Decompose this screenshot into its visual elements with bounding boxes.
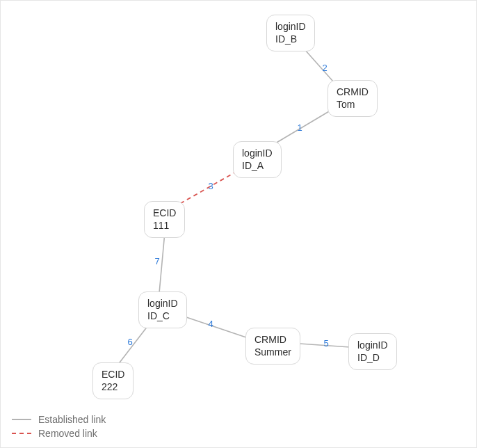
edge-5-line <box>300 344 350 347</box>
edge-7-label: 7 <box>154 256 159 266</box>
node-value: ID_D <box>357 352 388 365</box>
edge-2-label: 2 <box>322 63 327 73</box>
node-value: ID_B <box>275 33 306 46</box>
legend-established-label: Established link <box>38 414 106 425</box>
node-value: Summer <box>254 346 291 359</box>
edge-3-label: 3 <box>208 181 213 191</box>
edge-3-line <box>177 171 237 205</box>
edge-4-line <box>186 317 248 338</box>
node-type: loginID <box>357 339 388 352</box>
legend-removed: Removed link <box>12 428 106 439</box>
node-value: ID_A <box>242 160 273 173</box>
legend: Established link Removed link <box>12 411 106 439</box>
edge-1-line <box>272 111 330 145</box>
node-type: ECID <box>102 369 124 381</box>
edge-4-label: 4 <box>208 319 213 329</box>
node-type: loginID <box>275 21 306 33</box>
node-ecid-222[interactable]: ECID 222 <box>92 362 134 399</box>
node-loginid-c[interactable]: loginID ID_C <box>138 291 187 328</box>
edge-6-label: 6 <box>127 337 132 347</box>
node-value: 222 <box>102 381 124 394</box>
node-type: ECID <box>153 207 176 220</box>
node-crmid-tom[interactable]: CRMID Tom <box>328 80 378 117</box>
node-loginid-a[interactable]: loginID ID_A <box>233 141 282 178</box>
legend-removed-label: Removed link <box>38 428 97 439</box>
links-layer <box>1 1 477 448</box>
legend-removed-swatch <box>12 433 31 434</box>
node-type: CRMID <box>337 86 369 99</box>
node-crmid-summer[interactable]: CRMID Summer <box>245 328 300 365</box>
legend-established-swatch <box>12 419 31 420</box>
node-type: loginID <box>147 298 178 310</box>
node-type: loginID <box>242 147 273 160</box>
node-ecid-111[interactable]: ECID 111 <box>144 201 185 238</box>
identity-graph-canvas: 2 1 3 7 4 5 6 loginID ID_B CRMID Tom log… <box>0 0 477 448</box>
edge-1-label: 1 <box>297 122 302 133</box>
node-loginid-d[interactable]: loginID ID_D <box>348 333 397 370</box>
node-value: ID_C <box>147 310 178 323</box>
node-value: Tom <box>337 99 369 111</box>
legend-established: Established link <box>12 414 106 425</box>
node-value: 111 <box>153 220 176 232</box>
edge-7-line <box>159 232 165 293</box>
node-type: CRMID <box>254 334 291 346</box>
edge-2-line <box>305 49 333 81</box>
edge-6-line <box>118 323 150 365</box>
node-loginid-b[interactable]: loginID ID_B <box>266 15 315 51</box>
edge-5-label: 5 <box>323 338 328 349</box>
